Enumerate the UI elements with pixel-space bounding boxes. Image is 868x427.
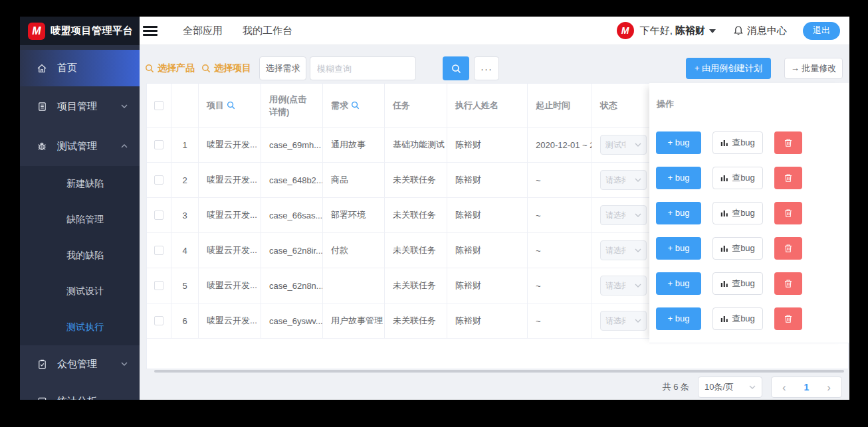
batch-edit-button[interactable]: → 批量修改 [784, 58, 843, 79]
status-select[interactable]: 请选择 [600, 311, 647, 331]
row-checkbox[interactable] [154, 281, 163, 290]
operations-row: + bug 查bug [649, 301, 849, 336]
logo-bar: M 唛盟项目管理平台 [20, 17, 140, 45]
user-dropdown-caret-icon[interactable] [709, 29, 716, 33]
chevron-down-icon [635, 319, 641, 323]
row-checkbox[interactable] [154, 211, 163, 220]
logout-button[interactable]: 退出 [803, 22, 840, 40]
sidebar-subitem-test-design[interactable]: 测试设计 [20, 274, 140, 309]
delete-button[interactable] [774, 237, 802, 260]
row-index: 3 [171, 198, 199, 233]
usecase-cell[interactable]: case_62n8n... [261, 268, 323, 303]
time-cell: 2020-12-01 ~ 20 [528, 128, 592, 163]
status-select[interactable]: 请选择 [600, 276, 647, 296]
sidebar-item-test-mgmt[interactable]: 测试管理 [20, 126, 140, 166]
sidebar-item-home[interactable]: 首页 [20, 50, 140, 86]
create-plan-button[interactable]: + 由用例创建计划 [686, 58, 771, 79]
status-select[interactable]: 测试中 [600, 135, 647, 155]
status-select-value: 请选择 [605, 315, 625, 327]
select-requirement-button[interactable]: 选择需求 [259, 56, 306, 80]
view-bug-label: 查bug [732, 278, 755, 290]
bell-icon [733, 25, 744, 36]
view-bug-label: 查bug [732, 172, 755, 184]
sidebar-item-project-mgmt[interactable]: 项目管理 [20, 86, 140, 126]
project-cell: 唛盟云开发... [199, 268, 261, 303]
usecase-cell[interactable]: case_66sas... [261, 198, 323, 233]
bar-chart-icon [720, 209, 728, 217]
select-all-checkbox[interactable] [154, 101, 163, 110]
more-filters-button[interactable]: ··· [474, 56, 499, 80]
view-bug-button[interactable]: 查bug [712, 167, 763, 189]
prev-page-button[interactable]: ‹ [782, 382, 786, 393]
requirement-cell: 通用故事 [323, 128, 385, 163]
search-icon[interactable] [227, 101, 235, 110]
usecase-cell[interactable]: case_6yswv... [261, 303, 323, 339]
add-bug-button[interactable]: + bug [656, 307, 701, 330]
test-mgmt-submenu: 新建缺陷 缺陷管理 我的缺陷 测试设计 测试执行 [20, 166, 140, 345]
add-bug-button[interactable]: + bug [656, 131, 701, 154]
row-checkbox[interactable] [154, 140, 163, 149]
requirement-cell [323, 268, 385, 303]
add-bug-button[interactable]: + bug [656, 167, 701, 189]
bug-icon [37, 141, 47, 151]
sidebar-item-label: 统计分析 [57, 395, 97, 400]
add-bug-button[interactable]: + bug [656, 202, 701, 224]
select-product-link[interactable]: 选择产品 [145, 62, 195, 74]
index-header [171, 84, 199, 128]
usecase-cell[interactable]: case_648b2... [261, 163, 323, 198]
status-select-value: 请选择 [605, 280, 625, 292]
view-bug-button[interactable]: 查bug [712, 272, 763, 295]
status-select[interactable]: 请选择 [600, 205, 647, 225]
fuzzy-search-input[interactable] [310, 56, 416, 80]
status-select[interactable]: 请选择 [600, 240, 647, 260]
row-checkbox[interactable] [154, 246, 163, 255]
greeting-text[interactable]: 下午好, 陈裕财 [640, 25, 705, 37]
sidebar-subitem-defect-mgmt[interactable]: 缺陷管理 [20, 202, 140, 238]
hamburger-menu-icon[interactable] [143, 26, 158, 36]
search-button[interactable] [443, 56, 469, 80]
nav-tab-all-apps[interactable]: 全部应用 [183, 25, 223, 37]
status-select[interactable]: 请选择 [600, 170, 647, 190]
time-cell: ~ [528, 303, 592, 339]
row-checkbox[interactable] [154, 316, 163, 325]
delete-button[interactable] [774, 272, 802, 295]
add-bug-button[interactable]: + bug [656, 237, 701, 260]
view-bug-button[interactable]: 查bug [712, 237, 763, 260]
greeting-prefix: 下午好, [640, 25, 675, 36]
add-bug-button[interactable]: + bug [656, 272, 701, 295]
current-page[interactable]: 1 [804, 382, 810, 392]
search-icon[interactable] [351, 101, 360, 110]
select-project-link[interactable]: 选择项目 [201, 62, 251, 74]
delete-button[interactable] [774, 202, 802, 224]
view-bug-button[interactable]: 查bug [712, 202, 763, 224]
nav-tab-workbench[interactable]: 我的工作台 [243, 25, 292, 37]
select-project-label: 选择项目 [214, 62, 251, 74]
view-bug-button[interactable]: 查bug [712, 307, 763, 330]
status-select-value: 测试中 [605, 139, 625, 151]
avatar[interactable]: M [617, 22, 634, 39]
time-cell: ~ [528, 268, 592, 303]
task-cell: 未关联任务 [385, 233, 447, 268]
delete-button[interactable] [774, 307, 802, 330]
project-cell: 唛盟云开发... [199, 233, 261, 268]
delete-button[interactable] [774, 167, 802, 189]
clipboard-check-icon [37, 359, 47, 369]
row-checkbox[interactable] [154, 175, 163, 185]
sidebar-item-crowd-mgmt[interactable]: 众包管理 [20, 345, 140, 383]
sidebar-item-statistics[interactable]: 统计分析 [20, 383, 140, 400]
sidebar-subitem-new-defect[interactable]: 新建缺陷 [20, 166, 140, 202]
filter-bar: 选择产品 选择项目 选择需求 ··· [145, 56, 499, 80]
message-center-link[interactable]: 消息中心 [733, 25, 787, 37]
time-cell: ~ [528, 198, 592, 233]
sidebar-subitem-my-defects[interactable]: 我的缺陷 [20, 238, 140, 274]
next-page-button[interactable]: › [827, 382, 831, 393]
sidebar-subitem-test-execution[interactable]: 测试执行 [20, 309, 140, 345]
usecase-header: 用例(点击详情) [261, 84, 323, 128]
delete-button[interactable] [774, 131, 802, 154]
usecase-cell[interactable]: case_69mh... [261, 128, 323, 163]
usecase-cell[interactable]: case_62n8ir... [261, 233, 323, 268]
view-bug-button[interactable]: 查bug [712, 131, 763, 154]
horizontal-scrollbar[interactable] [154, 370, 844, 373]
chevron-down-icon [635, 213, 641, 217]
page-size-select[interactable]: 10条/页 [698, 377, 762, 398]
